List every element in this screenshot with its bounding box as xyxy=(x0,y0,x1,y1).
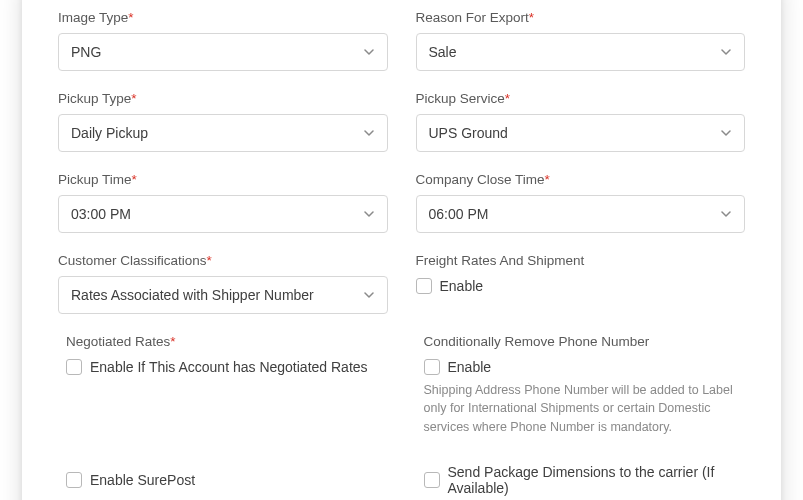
company-close-time-label: Company Close Time* xyxy=(416,172,746,187)
enable-surepost-label: Enable SurePost xyxy=(90,472,195,488)
label-text: Pickup Service xyxy=(416,91,505,106)
negotiated-rates-enable-label: Enable If This Account has Negotiated Ra… xyxy=(90,359,368,375)
chevron-down-icon xyxy=(714,40,738,64)
pickup-type-label: Pickup Type* xyxy=(58,91,388,106)
reason-for-export-field: Reason For Export* Sale xyxy=(416,10,746,71)
conditionally-remove-phone-label: Conditionally Remove Phone Number xyxy=(424,334,746,349)
reason-for-export-label: Reason For Export* xyxy=(416,10,746,25)
pickup-service-label: Pickup Service* xyxy=(416,91,746,106)
freight-rates-checkbox[interactable] xyxy=(416,278,432,294)
negotiated-rates-field: Negotiated Rates* Enable If This Account… xyxy=(58,334,388,435)
image-type-label: Image Type* xyxy=(58,10,388,25)
label-text: Negotiated Rates xyxy=(66,334,170,349)
customer-classifications-select[interactable]: Rates Associated with Shipper Number xyxy=(58,276,388,314)
required-asterisk: * xyxy=(132,172,137,187)
settings-grid: Image Type* PNG Reason For Export* Sale xyxy=(58,10,745,435)
customer-classifications-field: Customer Classifications* Rates Associat… xyxy=(58,253,388,314)
reason-for-export-select[interactable]: Sale xyxy=(416,33,746,71)
conditionally-remove-phone-enable-row[interactable]: Enable xyxy=(424,359,746,375)
image-type-value: PNG xyxy=(71,44,101,60)
bottom-row: Enable SurePost Send Package Dimensions … xyxy=(58,464,745,496)
company-close-time-select[interactable]: 06:00 PM xyxy=(416,195,746,233)
label-text: Company Close Time xyxy=(416,172,545,187)
pickup-type-value: Daily Pickup xyxy=(71,125,148,141)
chevron-down-icon xyxy=(357,283,381,307)
required-asterisk: * xyxy=(505,91,510,106)
enable-surepost-checkbox[interactable] xyxy=(66,472,82,488)
send-package-dimensions-checkbox[interactable] xyxy=(424,472,440,488)
pickup-time-field: Pickup Time* 03:00 PM xyxy=(58,172,388,233)
pickup-time-select[interactable]: 03:00 PM xyxy=(58,195,388,233)
settings-card: Image Type* PNG Reason For Export* Sale xyxy=(22,0,781,500)
required-asterisk: * xyxy=(207,253,212,268)
pickup-service-select[interactable]: UPS Ground xyxy=(416,114,746,152)
conditionally-remove-phone-help: Shipping Address Phone Number will be ad… xyxy=(424,381,746,435)
company-close-time-value: 06:00 PM xyxy=(429,206,489,222)
send-package-dimensions-row[interactable]: Send Package Dimensions to the carrier (… xyxy=(416,464,746,496)
label-text: Reason For Export xyxy=(416,10,529,25)
reason-for-export-value: Sale xyxy=(429,44,457,60)
negotiated-rates-checkbox[interactable] xyxy=(66,359,82,375)
required-asterisk: * xyxy=(545,172,550,187)
negotiated-rates-enable-row[interactable]: Enable If This Account has Negotiated Ra… xyxy=(66,359,388,375)
pickup-service-value: UPS Ground xyxy=(429,125,508,141)
chevron-down-icon xyxy=(714,121,738,145)
pickup-type-field: Pickup Type* Daily Pickup xyxy=(58,91,388,152)
customer-classifications-value: Rates Associated with Shipper Number xyxy=(71,287,314,303)
chevron-down-icon xyxy=(357,121,381,145)
send-package-dimensions-label: Send Package Dimensions to the carrier (… xyxy=(448,464,746,496)
freight-rates-enable-label: Enable xyxy=(440,278,484,294)
pickup-service-field: Pickup Service* UPS Ground xyxy=(416,91,746,152)
required-asterisk: * xyxy=(529,10,534,25)
freight-rates-field: Freight Rates And Shipment Enable xyxy=(416,253,746,314)
company-close-time-field: Company Close Time* 06:00 PM xyxy=(416,172,746,233)
required-asterisk: * xyxy=(128,10,133,25)
chevron-down-icon xyxy=(357,40,381,64)
chevron-down-icon xyxy=(357,202,381,226)
conditionally-remove-phone-checkbox[interactable] xyxy=(424,359,440,375)
label-text: Pickup Type xyxy=(58,91,131,106)
label-text: Customer Classifications xyxy=(58,253,207,268)
freight-rates-label: Freight Rates And Shipment xyxy=(416,253,746,268)
customer-classifications-label: Customer Classifications* xyxy=(58,253,388,268)
conditionally-remove-phone-enable-label: Enable xyxy=(448,359,492,375)
freight-rates-enable-row[interactable]: Enable xyxy=(416,278,746,294)
pickup-time-value: 03:00 PM xyxy=(71,206,131,222)
negotiated-rates-label: Negotiated Rates* xyxy=(66,334,388,349)
pickup-type-select[interactable]: Daily Pickup xyxy=(58,114,388,152)
label-text: Image Type xyxy=(58,10,128,25)
image-type-select[interactable]: PNG xyxy=(58,33,388,71)
required-asterisk: * xyxy=(131,91,136,106)
enable-surepost-row[interactable]: Enable SurePost xyxy=(58,464,388,496)
image-type-field: Image Type* PNG xyxy=(58,10,388,71)
label-text: Pickup Time xyxy=(58,172,132,187)
pickup-time-label: Pickup Time* xyxy=(58,172,388,187)
conditionally-remove-phone-field: Conditionally Remove Phone Number Enable… xyxy=(416,334,746,435)
chevron-down-icon xyxy=(714,202,738,226)
required-asterisk: * xyxy=(170,334,175,349)
